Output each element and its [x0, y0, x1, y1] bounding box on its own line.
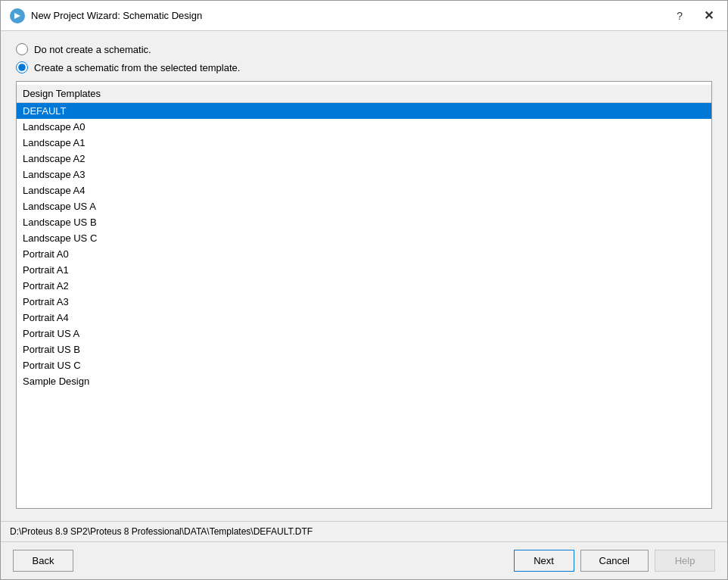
cancel-button[interactable]: Cancel: [580, 550, 649, 572]
bottom-bar: Back Next Cancel Help: [1, 541, 727, 579]
bottom-left: Back: [13, 550, 73, 572]
list-item[interactable]: Landscape US C: [17, 230, 711, 246]
radio-no-schematic[interactable]: [16, 43, 28, 55]
list-item[interactable]: Portrait A2: [17, 278, 711, 294]
title-bar-controls: ? ✕: [672, 7, 718, 24]
status-bar: D:\Proteus 8.9 SP2\Proteus 8 Professiona…: [1, 521, 727, 541]
next-button[interactable]: Next: [514, 550, 574, 572]
list-item[interactable]: Landscape A2: [17, 151, 711, 167]
radio-item-from-template[interactable]: Create a schematic from the selected tem…: [16, 61, 712, 73]
list-item[interactable]: Landscape A0: [17, 119, 711, 135]
dialog-window: New Project Wizard: Schematic Design ? ✕…: [0, 0, 728, 580]
radio-no-schematic-label: Do not create a schematic.: [34, 44, 151, 55]
title-bar: New Project Wizard: Schematic Design ? ✕: [1, 1, 727, 31]
list-item[interactable]: Portrait US C: [17, 357, 711, 373]
list-items-container: DEFAULTLandscape A0Landscape A1Landscape…: [17, 103, 711, 389]
list-header: Design Templates: [17, 85, 711, 103]
list-item[interactable]: Portrait US A: [17, 326, 711, 341]
radio-item-no-schematic[interactable]: Do not create a schematic.: [16, 43, 712, 55]
list-item[interactable]: Portrait A0: [17, 246, 711, 262]
title-bar-left: New Project Wizard: Schematic Design: [10, 8, 202, 23]
list-item[interactable]: Portrait A3: [17, 294, 711, 310]
list-item[interactable]: DEFAULT: [17, 103, 711, 119]
bottom-right: Next Cancel Help: [514, 550, 715, 572]
list-item[interactable]: Landscape A1: [17, 135, 711, 151]
list-item[interactable]: Landscape US A: [17, 198, 711, 214]
list-item[interactable]: Portrait US B: [17, 341, 711, 357]
content-area: Do not create a schematic. Create a sche…: [1, 31, 727, 521]
list-item[interactable]: Sample Design: [17, 373, 711, 389]
list-item[interactable]: Landscape A3: [17, 167, 711, 182]
app-icon: [10, 8, 25, 23]
close-icon[interactable]: ✕: [699, 7, 718, 24]
dialog-title: New Project Wizard: Schematic Design: [31, 10, 202, 21]
help-icon[interactable]: ?: [672, 8, 687, 23]
list-item[interactable]: Landscape US B: [17, 214, 711, 230]
radio-group: Do not create a schematic. Create a sche…: [16, 43, 712, 73]
list-item[interactable]: Portrait A1: [17, 262, 711, 278]
list-item[interactable]: Portrait A4: [17, 310, 711, 326]
help-button: Help: [655, 550, 715, 572]
radio-from-template-label: Create a schematic from the selected tem…: [34, 62, 240, 73]
back-button[interactable]: Back: [13, 550, 73, 572]
status-path: D:\Proteus 8.9 SP2\Proteus 8 Professiona…: [10, 526, 313, 537]
list-item[interactable]: Landscape A4: [17, 182, 711, 198]
template-list-container[interactable]: Design Templates DEFAULTLandscape A0Land…: [16, 81, 712, 509]
radio-from-template[interactable]: [16, 61, 28, 73]
